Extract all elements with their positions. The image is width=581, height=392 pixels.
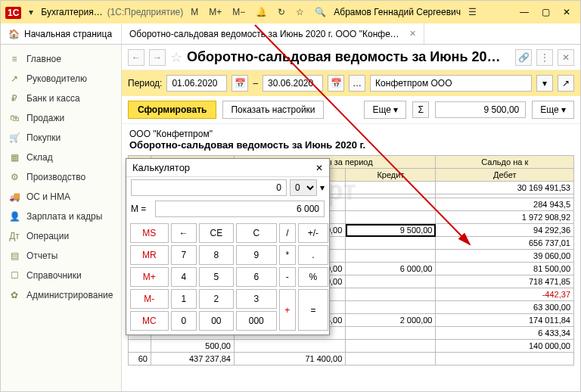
calc-key-6[interactable]: 6 <box>236 267 277 287</box>
sidebar-item-4[interactable]: 🛒Покупки <box>1 128 121 148</box>
table-row[interactable]: 500,00140 000,00 <box>129 340 574 353</box>
cell[interactable]: 656 737,01 <box>436 237 574 250</box>
cell[interactable]: 6 000,00 <box>346 263 436 275</box>
cell[interactable]: 39 060,00 <box>436 250 574 263</box>
calc-key-000[interactable]: 000 <box>236 311 277 331</box>
calc-key-8[interactable]: 8 <box>199 245 234 265</box>
calc-key-7[interactable]: 7 <box>171 245 197 265</box>
cell[interactable] <box>436 353 574 366</box>
calc-key--[interactable]: - <box>279 267 296 287</box>
cell[interactable]: 2 000,00 <box>346 314 436 327</box>
favorite-icon[interactable]: ☆ <box>170 49 182 66</box>
calc-key-%[interactable]: % <box>298 267 328 287</box>
cell[interactable]: 500,00 <box>151 340 235 353</box>
calculator-close-icon[interactable]: ✕ <box>315 163 323 173</box>
more-icon[interactable]: ⋮ <box>536 49 553 66</box>
calculator-op-select[interactable]: 0 <box>290 179 317 196</box>
calc-key-3[interactable]: 3 <box>236 289 277 309</box>
calc-key-00[interactable]: 00 <box>199 311 234 331</box>
minimize-button[interactable]: ― <box>515 7 533 17</box>
cell[interactable] <box>346 198 436 211</box>
calc-key-CE[interactable]: CE <box>199 223 234 243</box>
calc-key-.[interactable]: . <box>298 245 328 265</box>
cell[interactable]: 140 000,00 <box>436 340 574 353</box>
cell[interactable] <box>346 182 436 194</box>
cell[interactable]: 60 <box>129 353 151 366</box>
tab-close-icon[interactable]: ✕ <box>409 29 416 39</box>
calc-key-/[interactable]: / <box>279 223 296 243</box>
date-from-input[interactable] <box>166 75 227 92</box>
calendar-from-icon[interactable]: 📅 <box>231 75 248 92</box>
org-dropdown-icon[interactable]: ▾ <box>536 75 553 92</box>
cell[interactable] <box>346 340 436 353</box>
calc-key-1[interactable]: 1 <box>171 289 197 309</box>
cell[interactable] <box>346 327 436 340</box>
nav-back-button[interactable]: ← <box>128 49 144 66</box>
calendar-to-icon[interactable]: 📅 <box>328 75 344 92</box>
table-row[interactable]: 60437 237,8471 400,00 <box>129 353 574 366</box>
user-menu-icon[interactable]: ☰ <box>465 5 480 19</box>
calculator-window[interactable]: Калькулятор ✕ 0 0 ▾ M = 6 000 MS←CEC/+/-… <box>126 158 330 335</box>
calc-key-MC[interactable]: MC <box>130 311 169 331</box>
cell[interactable] <box>346 275 436 288</box>
user-name[interactable]: Абрамов Геннадий Сергеевич <box>334 7 461 17</box>
more2-button[interactable]: Еще ▾ <box>532 101 574 119</box>
calc-key-*[interactable]: * <box>279 245 296 265</box>
close-button[interactable]: ✕ <box>558 7 576 17</box>
calc-key-0[interactable]: 0 <box>171 311 197 331</box>
cell[interactable] <box>346 211 436 224</box>
sigma-icon[interactable]: Σ <box>412 101 429 118</box>
cell[interactable]: 30 169 491,53 <box>436 182 574 194</box>
sidebar-item-0[interactable]: ≡Главное <box>1 49 121 69</box>
calc-key-5[interactable]: 5 <box>199 267 234 287</box>
cell[interactable]: 6 433,34 <box>436 327 574 340</box>
cell[interactable] <box>346 250 436 263</box>
cell[interactable]: 284 943,5 <box>436 198 574 211</box>
more-button[interactable]: Еще ▾ <box>364 101 406 119</box>
sidebar-item-1[interactable]: ↗Руководителю <box>1 69 121 89</box>
calc-key-MR[interactable]: MR <box>130 245 169 265</box>
period-picker-button[interactable]: … <box>349 75 365 92</box>
menu-toggle-icon[interactable]: ▾ <box>26 5 36 19</box>
tab-report[interactable]: Оборотно-сальдовая ведомость за Июнь 202… <box>122 23 424 44</box>
generate-button[interactable]: Сформировать <box>128 101 216 119</box>
calc-key-M+[interactable]: M+ <box>130 267 169 287</box>
calc-key-plus[interactable]: + <box>279 289 296 331</box>
calc-key-MS[interactable]: MS <box>130 223 169 243</box>
memory-m-button[interactable]: M <box>188 5 201 19</box>
cell[interactable] <box>129 340 151 353</box>
sidebar-item-5[interactable]: ▦Склад <box>1 148 121 167</box>
sidebar-item-6[interactable]: ⚙Производство <box>1 167 121 187</box>
calc-key-C[interactable]: C <box>236 223 277 243</box>
bell-icon[interactable]: 🔔 <box>253 5 270 19</box>
cell[interactable] <box>346 301 436 314</box>
cell[interactable]: -442,37 <box>436 288 574 301</box>
organization-input[interactable] <box>370 75 532 92</box>
sidebar-item-10[interactable]: ▤Отчеты <box>1 246 121 266</box>
history-icon[interactable]: ↻ <box>275 5 288 19</box>
calc-key-M-[interactable]: M- <box>130 289 169 309</box>
cell[interactable]: 1 972 908,92 <box>436 211 574 224</box>
sidebar-item-3[interactable]: 🛍Продажи <box>1 108 121 128</box>
calc-key-←[interactable]: ← <box>171 223 197 243</box>
memory-mminus-button[interactable]: M− <box>229 5 248 19</box>
nav-fwd-button[interactable]: → <box>149 49 166 66</box>
cell[interactable]: 71 400,00 <box>235 353 346 366</box>
cell[interactable]: 174 011,84 <box>436 314 574 327</box>
calc-key-2[interactable]: 2 <box>199 289 234 309</box>
calc-key-+/-[interactable]: +/- <box>298 223 328 243</box>
cell[interactable] <box>235 340 346 353</box>
calculator-op-dropdown-icon[interactable]: ▾ <box>320 182 325 193</box>
cell[interactable] <box>346 237 436 250</box>
search-icon[interactable]: 🔍 <box>312 5 329 19</box>
sidebar-item-7[interactable]: 🚚ОС и НМА <box>1 187 121 207</box>
cell[interactable]: 437 237,84 <box>151 353 235 366</box>
tab-home[interactable]: 🏠 Начальная страница <box>1 23 122 44</box>
cell[interactable] <box>346 288 436 301</box>
cell[interactable]: 94 292,36 <box>436 224 574 237</box>
link-icon[interactable]: 🔗 <box>515 49 532 66</box>
calc-key-equals[interactable]: = <box>298 289 328 331</box>
sidebar-item-11[interactable]: ☐Справочники <box>1 266 121 285</box>
sidebar-item-2[interactable]: ₽Банк и касса <box>1 89 121 108</box>
cell[interactable]: 9 500,00 <box>346 224 436 237</box>
